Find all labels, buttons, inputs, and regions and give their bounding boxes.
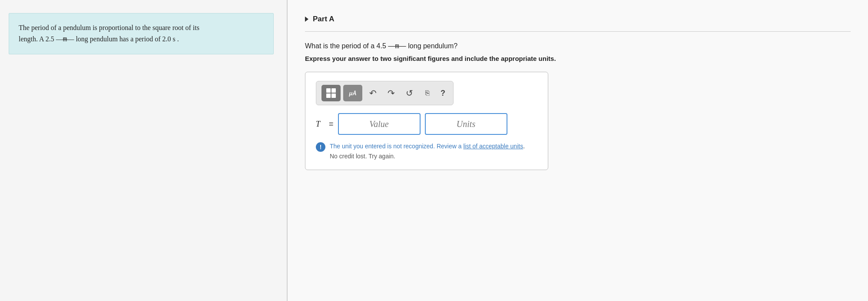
reset-button[interactable]: ↺ bbox=[401, 85, 417, 101]
problem-text-line1: The period of a pendulum is proportional… bbox=[19, 24, 199, 31]
value-input[interactable] bbox=[338, 113, 421, 135]
symbol-icon: μÅ bbox=[349, 90, 356, 97]
left-panel: The period of a pendulum is proportional… bbox=[0, 0, 287, 301]
undo-icon: ↶ bbox=[369, 88, 377, 98]
equals-sign: = bbox=[329, 120, 334, 129]
problem-text-line2: length. A 2.5 —m— long pendulum has a pe… bbox=[19, 35, 179, 43]
variable-label: T bbox=[316, 120, 325, 129]
error-message-prefix: The unit you entered is not recognized. … bbox=[330, 143, 463, 150]
undo-button[interactable]: ↶ bbox=[365, 85, 381, 101]
symbol-button[interactable]: μÅ bbox=[343, 85, 362, 101]
matrix-icon bbox=[326, 88, 336, 98]
question-text: What is the period of a 4.5 —m— long pen… bbox=[305, 42, 851, 50]
help-button[interactable]: ? bbox=[438, 88, 448, 99]
error-text-block: The unit you entered is not recognized. … bbox=[330, 142, 525, 161]
redo-button[interactable]: ↷ bbox=[383, 85, 399, 101]
error-message: ! The unit you entered is not recognized… bbox=[316, 142, 537, 161]
error-icon: ! bbox=[316, 142, 325, 152]
keyboard-button[interactable]: ⎘ bbox=[420, 85, 435, 101]
error-message-suffix: . bbox=[523, 143, 525, 150]
error-icon-label: ! bbox=[320, 144, 322, 150]
part-title: Part A bbox=[313, 15, 334, 23]
instructions-text: Express your answer to two significant f… bbox=[305, 55, 851, 62]
collapse-triangle-icon[interactable] bbox=[305, 17, 308, 22]
right-panel: Part A What is the period of a 4.5 —m— l… bbox=[288, 0, 868, 301]
math-toolbar: μÅ ↶ ↷ ↺ ⎘ ? bbox=[316, 81, 454, 105]
problem-statement: The period of a pendulum is proportional… bbox=[9, 13, 274, 54]
redo-icon: ↷ bbox=[388, 88, 395, 98]
no-credit-text: No credit lost. Try again. bbox=[330, 152, 525, 161]
part-header: Part A bbox=[305, 9, 851, 32]
acceptable-units-link[interactable]: list of acceptable units bbox=[463, 143, 523, 150]
input-row: T = bbox=[316, 113, 537, 135]
answer-box: μÅ ↶ ↷ ↺ ⎘ ? T = ! bbox=[305, 72, 548, 170]
units-input[interactable] bbox=[425, 113, 507, 135]
keyboard-icon: ⎘ bbox=[425, 89, 430, 97]
matrix-button[interactable] bbox=[321, 85, 341, 101]
reset-icon: ↺ bbox=[406, 88, 413, 98]
